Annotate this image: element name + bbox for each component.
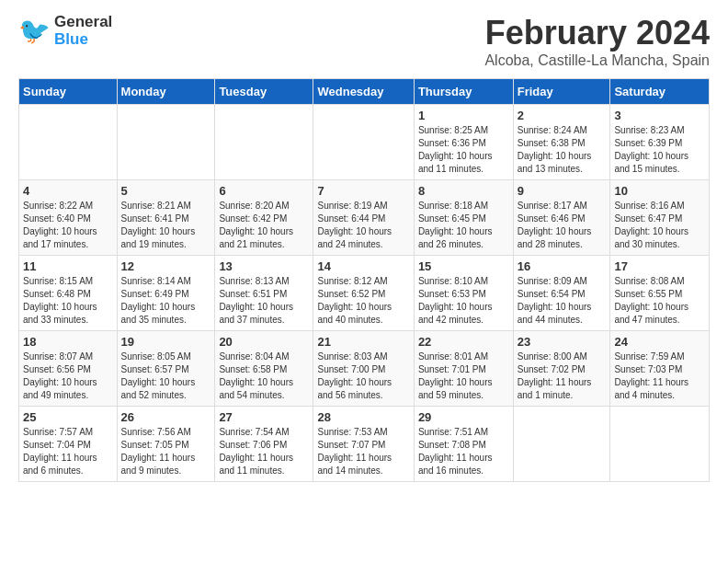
day-number: 16 — [518, 259, 607, 273]
day-number: 22 — [418, 335, 509, 349]
day-info: Sunrise: 8:09 AM Sunset: 6:54 PM Dayligh… — [518, 275, 607, 327]
day-info: Sunrise: 8:16 AM Sunset: 6:47 PM Dayligh… — [614, 200, 705, 251]
day-info: Sunrise: 8:10 AM Sunset: 6:53 PM Dayligh… — [418, 275, 509, 327]
weekday-header-tuesday: Tuesday — [215, 79, 313, 105]
day-number: 13 — [219, 259, 309, 273]
day-number: 12 — [121, 259, 211, 273]
day-info: Sunrise: 8:17 AM Sunset: 6:46 PM Dayligh… — [518, 200, 607, 251]
day-number: 9 — [518, 184, 607, 198]
day-info: Sunrise: 8:08 AM Sunset: 6:55 PM Dayligh… — [614, 275, 705, 327]
calendar-cell: 29Sunrise: 7:51 AM Sunset: 7:08 PM Dayli… — [414, 407, 513, 482]
day-number: 7 — [317, 184, 409, 198]
day-info: Sunrise: 7:51 AM Sunset: 7:08 PM Dayligh… — [418, 426, 509, 477]
day-info: Sunrise: 8:14 AM Sunset: 6:49 PM Dayligh… — [121, 275, 211, 327]
calendar-cell: 23Sunrise: 8:00 AM Sunset: 7:02 PM Dayli… — [513, 331, 610, 407]
weekday-header-saturday: Saturday — [610, 79, 710, 105]
calendar-cell: 2Sunrise: 8:24 AM Sunset: 6:38 PM Daylig… — [513, 105, 610, 180]
day-info: Sunrise: 7:59 AM Sunset: 7:03 PM Dayligh… — [614, 350, 705, 402]
day-number: 1 — [418, 109, 509, 122]
calendar-week-row: 1Sunrise: 8:25 AM Sunset: 6:36 PM Daylig… — [19, 105, 710, 180]
day-info: Sunrise: 8:20 AM Sunset: 6:42 PM Dayligh… — [219, 200, 309, 251]
day-number: 6 — [219, 184, 309, 198]
calendar-cell: 15Sunrise: 8:10 AM Sunset: 6:53 PM Dayli… — [414, 256, 513, 331]
calendar-week-row: 4Sunrise: 8:22 AM Sunset: 6:40 PM Daylig… — [19, 180, 710, 256]
day-info: Sunrise: 8:07 AM Sunset: 6:56 PM Dayligh… — [23, 350, 113, 402]
calendar-cell: 17Sunrise: 8:08 AM Sunset: 6:55 PM Dayli… — [610, 256, 710, 331]
day-info: Sunrise: 8:04 AM Sunset: 6:58 PM Dayligh… — [219, 350, 309, 402]
calendar-cell: 5Sunrise: 8:21 AM Sunset: 6:41 PM Daylig… — [117, 180, 215, 256]
day-info: Sunrise: 7:57 AM Sunset: 7:04 PM Dayligh… — [23, 426, 113, 477]
day-info: Sunrise: 8:03 AM Sunset: 7:00 PM Dayligh… — [317, 350, 409, 402]
header: 🐦 General Blue February 2024 Alcoba, Cas… — [18, 14, 710, 69]
bird-icon: 🐦 — [18, 16, 51, 46]
day-number: 15 — [418, 259, 509, 273]
day-number: 29 — [418, 410, 509, 424]
day-number: 14 — [317, 259, 409, 273]
calendar-cell: 6Sunrise: 8:20 AM Sunset: 6:42 PM Daylig… — [215, 180, 313, 256]
day-number: 2 — [518, 109, 607, 122]
calendar-cell — [513, 407, 610, 482]
calendar-cell — [313, 105, 414, 180]
calendar-week-row: 25Sunrise: 7:57 AM Sunset: 7:04 PM Dayli… — [19, 407, 710, 482]
day-number: 11 — [23, 259, 113, 273]
day-number: 3 — [614, 109, 705, 122]
calendar-week-row: 18Sunrise: 8:07 AM Sunset: 6:56 PM Dayli… — [19, 331, 710, 407]
day-number: 28 — [317, 410, 409, 424]
day-number: 5 — [121, 184, 211, 198]
location-title: Alcoba, Castille-La Mancha, Spain — [484, 52, 710, 69]
day-number: 23 — [518, 335, 607, 349]
day-info: Sunrise: 8:21 AM Sunset: 6:41 PM Dayligh… — [121, 200, 211, 251]
calendar-cell: 16Sunrise: 8:09 AM Sunset: 6:54 PM Dayli… — [513, 256, 610, 331]
calendar-cell: 8Sunrise: 8:18 AM Sunset: 6:45 PM Daylig… — [414, 180, 513, 256]
calendar-cell: 20Sunrise: 8:04 AM Sunset: 6:58 PM Dayli… — [215, 331, 313, 407]
calendar-cell — [117, 105, 215, 180]
calendar-cell — [610, 407, 710, 482]
calendar-cell: 24Sunrise: 7:59 AM Sunset: 7:03 PM Dayli… — [610, 331, 710, 407]
calendar-cell — [215, 105, 313, 180]
calendar-cell: 12Sunrise: 8:14 AM Sunset: 6:49 PM Dayli… — [117, 256, 215, 331]
day-number: 27 — [219, 410, 309, 424]
logo-general: General — [54, 14, 112, 31]
calendar-week-row: 11Sunrise: 8:15 AM Sunset: 6:48 PM Dayli… — [19, 256, 710, 331]
title-area: February 2024 Alcoba, Castille-La Mancha… — [484, 14, 710, 69]
calendar-cell: 10Sunrise: 8:16 AM Sunset: 6:47 PM Dayli… — [610, 180, 710, 256]
day-number: 17 — [614, 259, 705, 273]
calendar-cell: 3Sunrise: 8:23 AM Sunset: 6:39 PM Daylig… — [610, 105, 710, 180]
day-info: Sunrise: 8:23 AM Sunset: 6:39 PM Dayligh… — [614, 124, 705, 176]
day-number: 4 — [23, 184, 113, 198]
calendar-cell: 28Sunrise: 7:53 AM Sunset: 7:07 PM Dayli… — [313, 407, 414, 482]
weekday-header-thursday: Thursday — [414, 79, 513, 105]
calendar-cell: 26Sunrise: 7:56 AM Sunset: 7:05 PM Dayli… — [117, 407, 215, 482]
calendar-cell: 21Sunrise: 8:03 AM Sunset: 7:00 PM Dayli… — [313, 331, 414, 407]
day-info: Sunrise: 7:54 AM Sunset: 7:06 PM Dayligh… — [219, 426, 309, 477]
day-number: 19 — [121, 335, 211, 349]
calendar-cell: 18Sunrise: 8:07 AM Sunset: 6:56 PM Dayli… — [19, 331, 118, 407]
weekday-header-row: SundayMondayTuesdayWednesdayThursdayFrid… — [19, 79, 710, 105]
day-number: 10 — [614, 184, 705, 198]
logo: 🐦 General Blue — [18, 14, 112, 48]
calendar-cell: 25Sunrise: 7:57 AM Sunset: 7:04 PM Dayli… — [19, 407, 118, 482]
calendar-cell: 19Sunrise: 8:05 AM Sunset: 6:57 PM Dayli… — [117, 331, 215, 407]
day-info: Sunrise: 8:05 AM Sunset: 6:57 PM Dayligh… — [121, 350, 211, 402]
day-number: 21 — [317, 335, 409, 349]
calendar-cell: 9Sunrise: 8:17 AM Sunset: 6:46 PM Daylig… — [513, 180, 610, 256]
month-title: February 2024 — [484, 14, 710, 52]
day-info: Sunrise: 8:13 AM Sunset: 6:51 PM Dayligh… — [219, 275, 309, 327]
weekday-header-sunday: Sunday — [19, 79, 118, 105]
calendar-cell: 4Sunrise: 8:22 AM Sunset: 6:40 PM Daylig… — [19, 180, 118, 256]
day-number: 24 — [614, 335, 705, 349]
calendar-cell: 7Sunrise: 8:19 AM Sunset: 6:44 PM Daylig… — [313, 180, 414, 256]
day-info: Sunrise: 8:01 AM Sunset: 7:01 PM Dayligh… — [418, 350, 509, 402]
day-info: Sunrise: 8:00 AM Sunset: 7:02 PM Dayligh… — [518, 350, 607, 402]
calendar-cell: 27Sunrise: 7:54 AM Sunset: 7:06 PM Dayli… — [215, 407, 313, 482]
calendar-cell: 11Sunrise: 8:15 AM Sunset: 6:48 PM Dayli… — [19, 256, 118, 331]
day-number: 8 — [418, 184, 509, 198]
weekday-header-wednesday: Wednesday — [313, 79, 414, 105]
calendar-cell: 14Sunrise: 8:12 AM Sunset: 6:52 PM Dayli… — [313, 256, 414, 331]
calendar-cell — [19, 105, 118, 180]
weekday-header-friday: Friday — [513, 79, 610, 105]
weekday-header-monday: Monday — [117, 79, 215, 105]
day-number: 18 — [23, 335, 113, 349]
day-number: 20 — [219, 335, 309, 349]
day-info: Sunrise: 8:19 AM Sunset: 6:44 PM Dayligh… — [317, 200, 409, 251]
